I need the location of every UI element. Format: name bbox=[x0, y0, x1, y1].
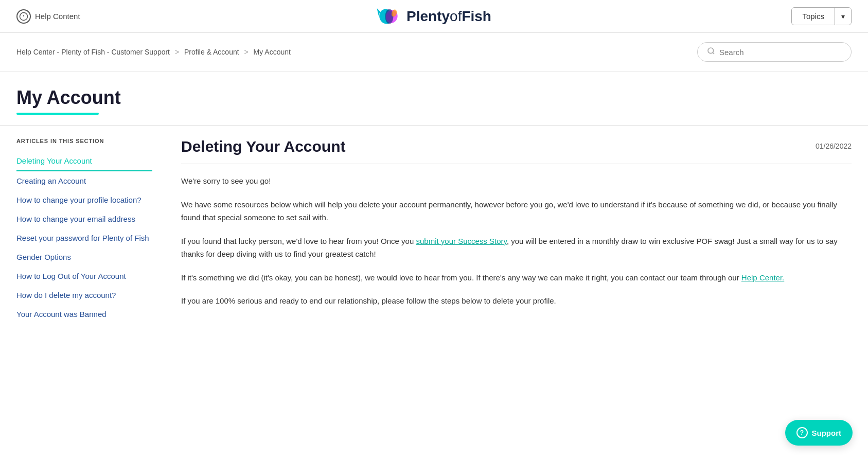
breadcrumb-profile-account[interactable]: Profile & Account bbox=[184, 48, 239, 56]
sidebar-item-deleting-account[interactable]: Deleting Your Account bbox=[16, 151, 152, 171]
article-para-3-before: If you found that lucky person, we'd lov… bbox=[181, 237, 416, 245]
sidebar: ARTICLES IN THIS SECTION Deleting Your A… bbox=[16, 126, 161, 339]
success-story-link[interactable]: submit your Success Story bbox=[416, 237, 506, 245]
sidebar-item-reset-password[interactable]: Reset your password for Plenty of Fish bbox=[16, 228, 152, 247]
breadcrumb-sep-2: > bbox=[244, 48, 249, 56]
article-header: Deleting Your Account 01/26/2022 bbox=[181, 138, 852, 164]
breadcrumb-home[interactable]: Help Center - Plenty of Fish - Customer … bbox=[16, 48, 170, 56]
article-para-1: We're sorry to see you go! bbox=[181, 174, 852, 188]
article-para-4: If it's something we did (it's okay, you… bbox=[181, 271, 852, 285]
logo-icon bbox=[377, 4, 401, 29]
main-layout: ARTICLES IN THIS SECTION Deleting Your A… bbox=[0, 125, 868, 339]
article-para-2: We have some resources below which will … bbox=[181, 198, 852, 224]
chevron-down-icon: ▾ bbox=[835, 8, 851, 25]
breadcrumb-current: My Account bbox=[254, 48, 291, 56]
help-icon bbox=[16, 9, 31, 24]
breadcrumb: Help Center - Plenty of Fish - Customer … bbox=[16, 48, 291, 56]
sidebar-item-creating-account[interactable]: Creating an Account bbox=[16, 171, 152, 190]
sidebar-item-gender-options[interactable]: Gender Options bbox=[16, 247, 152, 267]
sidebar-item-delete-account[interactable]: How do I delete my account? bbox=[16, 286, 152, 305]
sidebar-item-email-address[interactable]: How to change your email address bbox=[16, 209, 152, 228]
svg-point-6 bbox=[708, 48, 714, 54]
search-input[interactable] bbox=[719, 48, 842, 57]
article-para-5: If you are 100% serious and ready to end… bbox=[181, 294, 852, 308]
search-icon bbox=[707, 47, 715, 57]
sidebar-item-banned[interactable]: Your Account was Banned bbox=[16, 305, 152, 324]
topics-button[interactable]: Topics ▾ bbox=[791, 7, 852, 25]
sidebar-item-profile-location[interactable]: How to change your profile location? bbox=[16, 190, 152, 209]
article-title: Deleting Your Account bbox=[181, 138, 345, 155]
logo: PlentyofFish bbox=[377, 4, 491, 29]
topics-label: Topics bbox=[792, 8, 835, 25]
sidebar-section-title: ARTICLES IN THIS SECTION bbox=[16, 138, 152, 144]
help-center-link[interactable]: Help Center. bbox=[741, 273, 784, 282]
page-title: My Account bbox=[16, 87, 852, 109]
svg-point-3 bbox=[385, 9, 393, 24]
article-body: We're sorry to see you go! We have some … bbox=[181, 174, 852, 308]
article-para-4-before: If it's something we did (it's okay, you… bbox=[181, 273, 741, 282]
article-content: Deleting Your Account 01/26/2022 We're s… bbox=[181, 126, 852, 339]
search-box bbox=[697, 42, 852, 62]
help-content-label: Help Content bbox=[16, 9, 80, 24]
sidebar-item-log-out[interactable]: How to Log Out of Your Account bbox=[16, 267, 152, 286]
header: Help Content PlentyofFish Topics ▾ bbox=[0, 0, 868, 33]
help-label: Help Content bbox=[35, 12, 80, 21]
article-para-3: If you found that lucky person, we'd lov… bbox=[181, 235, 852, 261]
logo-text: PlentyofFish bbox=[406, 8, 491, 25]
article-date: 01/26/2022 bbox=[816, 142, 852, 150]
breadcrumb-sep-1: > bbox=[175, 48, 179, 56]
breadcrumb-row: Help Center - Plenty of Fish - Customer … bbox=[0, 33, 868, 72]
page-title-section: My Account bbox=[0, 72, 868, 120]
page-title-underline bbox=[16, 113, 99, 115]
